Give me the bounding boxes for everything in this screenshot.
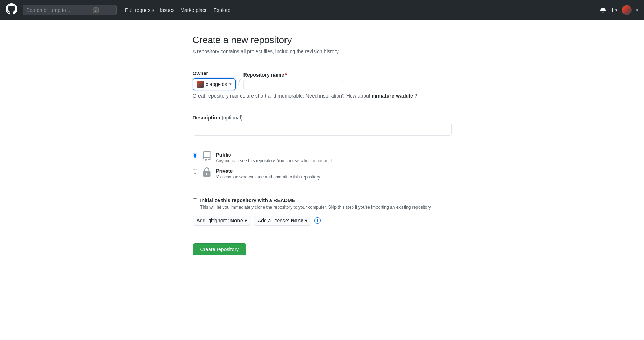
page-subtitle: A repository contains all project files,… <box>193 49 452 54</box>
section-divider-1 <box>193 106 452 106</box>
nav-links: Pull requests Issues Marketplace Explore <box>125 7 230 13</box>
required-marker: * <box>285 72 287 78</box>
info-icon[interactable]: i <box>314 217 321 224</box>
gitignore-value: None <box>230 218 243 223</box>
search-bar[interactable]: / <box>23 5 117 15</box>
footer-divider <box>193 276 452 276</box>
description-label: Description (optional) <box>193 115 452 121</box>
nav-pull-requests[interactable]: Pull requests <box>125 7 154 13</box>
new-menu-button[interactable]: + ▾ <box>611 6 617 14</box>
private-desc: You choose who can see and commit to thi… <box>216 174 321 180</box>
section-divider-4 <box>193 233 452 233</box>
owner-repo-row: Owner xiaogeldx ▾ / Repository name* <box>193 71 452 90</box>
private-radio[interactable] <box>193 169 197 174</box>
public-label: Public <box>216 152 333 158</box>
private-content: Private You choose who can see and commi… <box>216 168 321 180</box>
owner-avatar <box>197 81 204 88</box>
nav-issues[interactable]: Issues <box>160 7 174 13</box>
public-option: Public Anyone can see this repository. Y… <box>193 152 452 164</box>
license-value: None <box>291 218 303 223</box>
public-content: Public Anyone can see this repository. Y… <box>216 152 333 163</box>
search-input[interactable] <box>26 7 91 13</box>
repo-name-input[interactable] <box>243 80 344 90</box>
gitignore-label: Add .gitignore: <box>197 218 229 223</box>
title-divider <box>193 62 452 62</box>
slash-separator: / <box>238 78 241 89</box>
nav-marketplace[interactable]: Marketplace <box>180 7 207 13</box>
main-content: Create a new repository A repository con… <box>178 35 466 276</box>
suggestion-suffix: ? <box>415 93 417 99</box>
gitignore-chevron-icon: ▾ <box>245 218 247 223</box>
license-label: Add a license: <box>258 218 289 223</box>
navbar: / Pull requests Issues Marketplace Explo… <box>0 0 644 20</box>
description-group: Description (optional) <box>193 115 452 136</box>
readme-option: Initialize this repository with a README… <box>193 198 452 210</box>
nav-explore[interactable]: Explore <box>214 7 230 13</box>
private-label: Private <box>216 168 321 174</box>
navbar-right: + ▾ ▾ <box>600 5 638 15</box>
suggestion-link[interactable]: miniature-waddle <box>372 93 413 99</box>
private-option: Private You choose who can see and commi… <box>193 168 452 180</box>
chevron-down-icon: ▾ <box>615 8 617 13</box>
description-input[interactable] <box>193 123 452 136</box>
readme-content: Initialize this repository with a README… <box>200 198 432 210</box>
plus-icon: + <box>611 6 615 14</box>
owner-value: xiaogeldx <box>206 81 227 87</box>
public-desc: Anyone can see this repository. You choo… <box>216 158 333 163</box>
optional-label: (optional) <box>221 115 242 121</box>
avatar-chevron-icon: ▾ <box>636 8 638 13</box>
notification-button[interactable] <box>600 7 606 13</box>
gitignore-dropdown[interactable]: Add .gitignore: None ▾ <box>193 216 251 226</box>
visibility-section: Public Anyone can see this repository. Y… <box>193 152 452 180</box>
suggestion-text: Great repository names are short and mem… <box>193 93 452 99</box>
readme-checkbox[interactable] <box>193 198 197 203</box>
license-dropdown[interactable]: Add a license: None ▾ <box>254 216 311 226</box>
readme-desc: This will let you immediately clone the … <box>200 205 432 210</box>
section-divider-2 <box>193 143 452 143</box>
owner-select[interactable]: xiaogeldx ▾ <box>193 78 236 90</box>
repo-name-group: Repository name* <box>243 72 344 90</box>
readme-section: Initialize this repository with a README… <box>193 198 452 226</box>
avatar[interactable] <box>622 5 632 15</box>
submit-section: Create repository <box>193 243 452 270</box>
lock-icon <box>202 167 212 180</box>
owner-chevron-icon: ▾ <box>229 82 232 87</box>
repo-name-label: Repository name* <box>243 72 344 78</box>
readme-label: Initialize this repository with a README <box>200 198 432 203</box>
owner-label: Owner <box>193 71 236 76</box>
search-kbd: / <box>93 7 99 13</box>
create-repository-button[interactable]: Create repository <box>193 243 246 255</box>
owner-group: Owner xiaogeldx ▾ <box>193 71 236 90</box>
public-radio[interactable] <box>193 153 197 158</box>
page-title: Create a new repository <box>193 35 452 46</box>
license-chevron-icon: ▾ <box>305 218 307 223</box>
book-icon <box>202 151 212 164</box>
section-divider-3 <box>193 189 452 189</box>
dropdowns-row: Add .gitignore: None ▾ Add a license: No… <box>193 216 452 226</box>
github-logo-icon[interactable] <box>6 3 17 17</box>
